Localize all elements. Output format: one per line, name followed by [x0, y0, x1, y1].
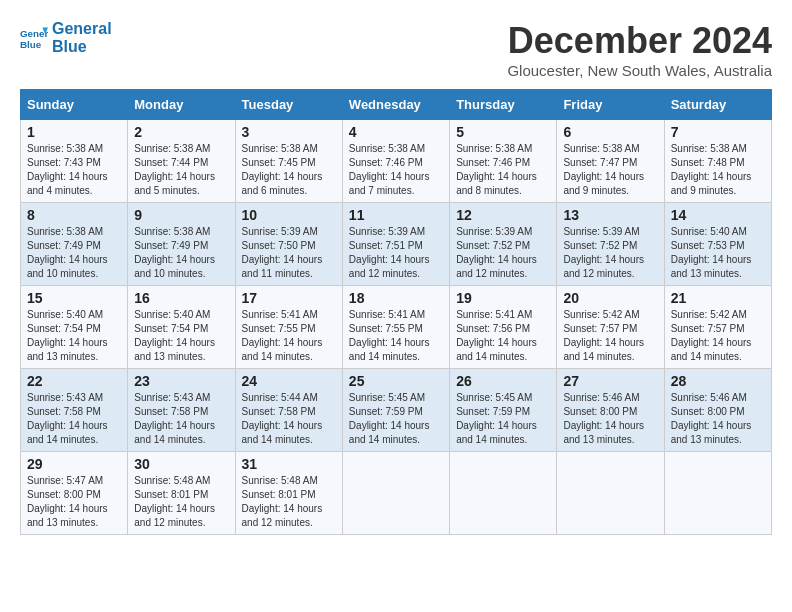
day-number: 27	[563, 373, 657, 389]
day-number: 26	[456, 373, 550, 389]
logo-general: General	[52, 20, 112, 37]
day-number: 31	[242, 456, 336, 472]
calendar-cell: 23Sunrise: 5:43 AMSunset: 7:58 PMDayligh…	[128, 369, 235, 452]
weekday-header-sunday: Sunday	[21, 90, 128, 120]
calendar-cell: 29Sunrise: 5:47 AMSunset: 8:00 PMDayligh…	[21, 452, 128, 535]
day-number: 28	[671, 373, 765, 389]
day-info: Sunrise: 5:40 AMSunset: 7:54 PMDaylight:…	[134, 308, 228, 364]
day-info: Sunrise: 5:38 AMSunset: 7:48 PMDaylight:…	[671, 142, 765, 198]
calendar-cell: 5Sunrise: 5:38 AMSunset: 7:46 PMDaylight…	[450, 120, 557, 203]
calendar-cell	[450, 452, 557, 535]
day-info: Sunrise: 5:48 AMSunset: 8:01 PMDaylight:…	[242, 474, 336, 530]
calendar-cell	[664, 452, 771, 535]
day-number: 18	[349, 290, 443, 306]
day-info: Sunrise: 5:45 AMSunset: 7:59 PMDaylight:…	[349, 391, 443, 447]
month-title: December 2024	[507, 20, 772, 62]
day-info: Sunrise: 5:42 AMSunset: 7:57 PMDaylight:…	[671, 308, 765, 364]
day-number: 23	[134, 373, 228, 389]
day-number: 12	[456, 207, 550, 223]
calendar-cell: 4Sunrise: 5:38 AMSunset: 7:46 PMDaylight…	[342, 120, 449, 203]
day-number: 13	[563, 207, 657, 223]
day-number: 30	[134, 456, 228, 472]
day-info: Sunrise: 5:39 AMSunset: 7:52 PMDaylight:…	[563, 225, 657, 281]
calendar-table: SundayMondayTuesdayWednesdayThursdayFrid…	[20, 89, 772, 535]
calendar-cell: 2Sunrise: 5:38 AMSunset: 7:44 PMDaylight…	[128, 120, 235, 203]
day-info: Sunrise: 5:45 AMSunset: 7:59 PMDaylight:…	[456, 391, 550, 447]
title-area: December 2024 Gloucester, New South Wale…	[507, 20, 772, 79]
calendar-cell: 31Sunrise: 5:48 AMSunset: 8:01 PMDayligh…	[235, 452, 342, 535]
calendar-week-5: 29Sunrise: 5:47 AMSunset: 8:00 PMDayligh…	[21, 452, 772, 535]
day-number: 6	[563, 124, 657, 140]
calendar-cell: 11Sunrise: 5:39 AMSunset: 7:51 PMDayligh…	[342, 203, 449, 286]
day-info: Sunrise: 5:38 AMSunset: 7:46 PMDaylight:…	[349, 142, 443, 198]
day-number: 11	[349, 207, 443, 223]
day-info: Sunrise: 5:40 AMSunset: 7:54 PMDaylight:…	[27, 308, 121, 364]
weekday-header-friday: Friday	[557, 90, 664, 120]
day-number: 10	[242, 207, 336, 223]
day-number: 20	[563, 290, 657, 306]
calendar-cell: 24Sunrise: 5:44 AMSunset: 7:58 PMDayligh…	[235, 369, 342, 452]
day-info: Sunrise: 5:38 AMSunset: 7:49 PMDaylight:…	[134, 225, 228, 281]
day-info: Sunrise: 5:38 AMSunset: 7:43 PMDaylight:…	[27, 142, 121, 198]
weekday-header-monday: Monday	[128, 90, 235, 120]
page-header: General Blue General Blue December 2024 …	[20, 20, 772, 79]
day-number: 15	[27, 290, 121, 306]
calendar-cell: 17Sunrise: 5:41 AMSunset: 7:55 PMDayligh…	[235, 286, 342, 369]
day-info: Sunrise: 5:46 AMSunset: 8:00 PMDaylight:…	[563, 391, 657, 447]
weekday-header-saturday: Saturday	[664, 90, 771, 120]
calendar-cell: 22Sunrise: 5:43 AMSunset: 7:58 PMDayligh…	[21, 369, 128, 452]
day-info: Sunrise: 5:41 AMSunset: 7:56 PMDaylight:…	[456, 308, 550, 364]
day-number: 29	[27, 456, 121, 472]
calendar-cell: 21Sunrise: 5:42 AMSunset: 7:57 PMDayligh…	[664, 286, 771, 369]
day-number: 2	[134, 124, 228, 140]
calendar-cell: 14Sunrise: 5:40 AMSunset: 7:53 PMDayligh…	[664, 203, 771, 286]
weekday-header-wednesday: Wednesday	[342, 90, 449, 120]
calendar-cell: 13Sunrise: 5:39 AMSunset: 7:52 PMDayligh…	[557, 203, 664, 286]
day-number: 25	[349, 373, 443, 389]
calendar-cell: 1Sunrise: 5:38 AMSunset: 7:43 PMDaylight…	[21, 120, 128, 203]
day-info: Sunrise: 5:38 AMSunset: 7:45 PMDaylight:…	[242, 142, 336, 198]
day-number: 14	[671, 207, 765, 223]
calendar-cell	[557, 452, 664, 535]
logo-icon: General Blue	[20, 24, 48, 52]
day-number: 4	[349, 124, 443, 140]
calendar-cell: 28Sunrise: 5:46 AMSunset: 8:00 PMDayligh…	[664, 369, 771, 452]
logo-blue: Blue	[52, 38, 87, 55]
calendar-cell: 20Sunrise: 5:42 AMSunset: 7:57 PMDayligh…	[557, 286, 664, 369]
day-info: Sunrise: 5:46 AMSunset: 8:00 PMDaylight:…	[671, 391, 765, 447]
calendar-cell: 12Sunrise: 5:39 AMSunset: 7:52 PMDayligh…	[450, 203, 557, 286]
calendar-cell: 3Sunrise: 5:38 AMSunset: 7:45 PMDaylight…	[235, 120, 342, 203]
calendar-cell: 18Sunrise: 5:41 AMSunset: 7:55 PMDayligh…	[342, 286, 449, 369]
weekday-header-thursday: Thursday	[450, 90, 557, 120]
calendar-week-2: 8Sunrise: 5:38 AMSunset: 7:49 PMDaylight…	[21, 203, 772, 286]
calendar-cell: 10Sunrise: 5:39 AMSunset: 7:50 PMDayligh…	[235, 203, 342, 286]
day-info: Sunrise: 5:42 AMSunset: 7:57 PMDaylight:…	[563, 308, 657, 364]
day-number: 22	[27, 373, 121, 389]
day-info: Sunrise: 5:39 AMSunset: 7:50 PMDaylight:…	[242, 225, 336, 281]
svg-text:Blue: Blue	[20, 38, 42, 49]
day-info: Sunrise: 5:43 AMSunset: 7:58 PMDaylight:…	[134, 391, 228, 447]
calendar-week-4: 22Sunrise: 5:43 AMSunset: 7:58 PMDayligh…	[21, 369, 772, 452]
weekday-header-tuesday: Tuesday	[235, 90, 342, 120]
day-number: 7	[671, 124, 765, 140]
calendar-cell: 27Sunrise: 5:46 AMSunset: 8:00 PMDayligh…	[557, 369, 664, 452]
day-info: Sunrise: 5:39 AMSunset: 7:51 PMDaylight:…	[349, 225, 443, 281]
day-number: 3	[242, 124, 336, 140]
day-number: 17	[242, 290, 336, 306]
calendar-cell: 25Sunrise: 5:45 AMSunset: 7:59 PMDayligh…	[342, 369, 449, 452]
day-info: Sunrise: 5:41 AMSunset: 7:55 PMDaylight:…	[242, 308, 336, 364]
day-info: Sunrise: 5:40 AMSunset: 7:53 PMDaylight:…	[671, 225, 765, 281]
calendar-cell: 15Sunrise: 5:40 AMSunset: 7:54 PMDayligh…	[21, 286, 128, 369]
calendar-cell: 30Sunrise: 5:48 AMSunset: 8:01 PMDayligh…	[128, 452, 235, 535]
calendar-cell: 8Sunrise: 5:38 AMSunset: 7:49 PMDaylight…	[21, 203, 128, 286]
day-info: Sunrise: 5:44 AMSunset: 7:58 PMDaylight:…	[242, 391, 336, 447]
calendar-week-1: 1Sunrise: 5:38 AMSunset: 7:43 PMDaylight…	[21, 120, 772, 203]
calendar-cell: 6Sunrise: 5:38 AMSunset: 7:47 PMDaylight…	[557, 120, 664, 203]
day-number: 8	[27, 207, 121, 223]
calendar-cell: 7Sunrise: 5:38 AMSunset: 7:48 PMDaylight…	[664, 120, 771, 203]
calendar-cell: 16Sunrise: 5:40 AMSunset: 7:54 PMDayligh…	[128, 286, 235, 369]
day-number: 21	[671, 290, 765, 306]
logo: General Blue General Blue	[20, 20, 112, 55]
calendar-cell: 9Sunrise: 5:38 AMSunset: 7:49 PMDaylight…	[128, 203, 235, 286]
day-number: 5	[456, 124, 550, 140]
